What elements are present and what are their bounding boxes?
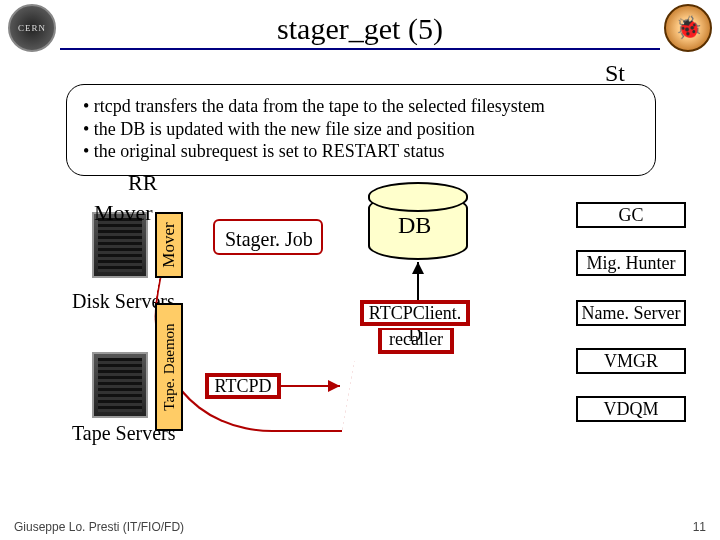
page-number: 11 (693, 520, 706, 534)
mover-label: Mover (94, 200, 153, 226)
beaver-icon: 🐞 (675, 15, 702, 41)
db-label: DB (398, 212, 431, 239)
footer-author: Giuseppe Lo. Presti (IT/FIO/FD) (14, 520, 184, 534)
mover-box: Mover (155, 212, 183, 278)
tape-server-icon (92, 352, 148, 418)
recaller-box: recaller (378, 328, 454, 354)
tapedaemon-box: Tape. Daemon (155, 303, 183, 431)
callout-line: • rtcpd transfers the data from the tape… (83, 95, 639, 118)
mover-box-label: Mover (159, 222, 179, 267)
nameserver-box: Name. Server (576, 300, 686, 326)
rtcpd-box: RTCPD (205, 373, 281, 399)
vdqm-box: VDQM (576, 396, 686, 422)
stager-label-peek: St (605, 60, 625, 87)
tapedaemon-label: Tape. Daemon (161, 323, 178, 410)
gc-box: GC (576, 202, 686, 228)
callout-line: • the original subrequest is set to REST… (83, 140, 639, 163)
rtcpclientd-box: RTCPClient. D (360, 300, 470, 326)
castor-logo: 🐞 (664, 4, 712, 52)
cern-text: CERN (18, 23, 46, 33)
mighunter-box: Mig. Hunter (576, 250, 686, 276)
vmgr-box: VMGR (576, 348, 686, 374)
callout-bubble: • rtcpd transfers the data from the tape… (66, 84, 656, 176)
title-underline (60, 48, 660, 50)
callout-line: • the DB is updated with the new file si… (83, 118, 639, 141)
stagerjob-label: Stager. Job (225, 228, 313, 251)
cern-logo: CERN (8, 4, 56, 52)
page-title: stager_get (5) (0, 12, 720, 46)
